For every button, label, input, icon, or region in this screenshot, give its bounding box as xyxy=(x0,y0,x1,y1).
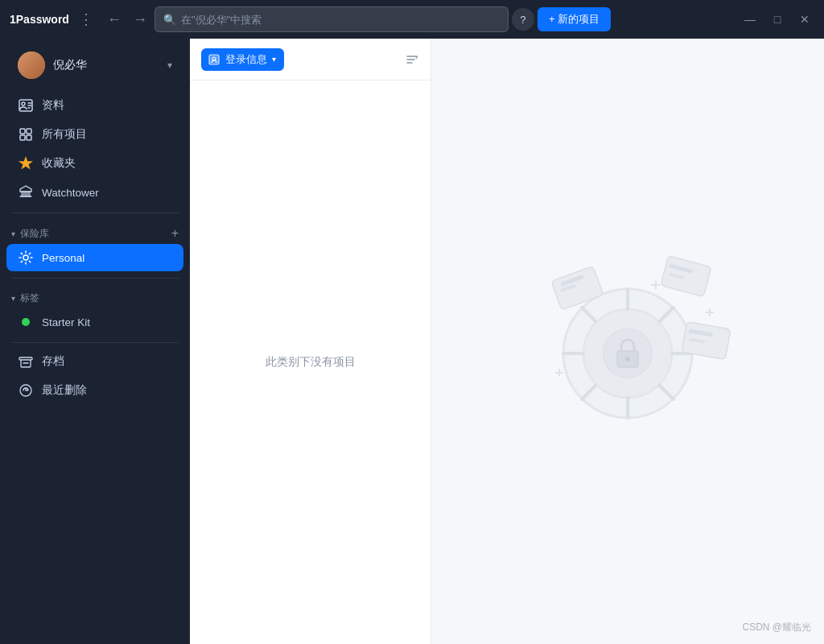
grid-icon xyxy=(18,126,34,142)
svg-rect-18 xyxy=(209,55,219,64)
sidebar-item-label: Starter Kit xyxy=(42,316,90,328)
sidebar-item-label: 资料 xyxy=(42,98,64,113)
person-icon xyxy=(18,97,34,114)
svg-rect-8 xyxy=(27,135,31,140)
green-dot-icon xyxy=(18,314,34,330)
help-button[interactable]: ? xyxy=(512,8,534,31)
search-icon: 🔍 xyxy=(163,14,176,26)
titlebar: 1Password ⋮ ← → 🔍 ? + 新的项目 — □ ✕ xyxy=(0,0,824,39)
app-title: 1Password xyxy=(10,13,69,26)
svg-rect-9 xyxy=(22,192,23,196)
close-button[interactable]: ✕ xyxy=(795,10,814,29)
vault-section-label: 保险库 xyxy=(20,227,49,241)
empty-text: 此类别下没有项目 xyxy=(266,355,356,369)
svg-rect-5 xyxy=(20,129,25,134)
tag-section[interactable]: ▾ 标签 xyxy=(0,283,190,308)
gear-icon xyxy=(18,250,34,266)
svg-rect-15 xyxy=(19,357,32,360)
svg-point-1 xyxy=(22,102,25,105)
svg-point-13 xyxy=(23,255,28,260)
sidebar-item-archive[interactable]: 存档 xyxy=(6,348,183,375)
list-panel: 登录信息 ▾ 此类别下没有项目 xyxy=(190,39,431,644)
sidebar-item-label: 收藏夹 xyxy=(42,156,76,171)
chevron-icon: ▾ xyxy=(11,229,15,238)
add-vault-icon[interactable]: + xyxy=(171,226,179,241)
sidebar-item-favorites[interactable]: 收藏夹 xyxy=(6,150,183,177)
back-button[interactable]: ← xyxy=(103,8,126,31)
list-empty: 此类别下没有项目 xyxy=(190,80,431,644)
svg-point-14 xyxy=(22,318,30,326)
sidebar-item-label: 最近删除 xyxy=(42,383,87,398)
sidebar-user[interactable]: 倪必华 ▾ xyxy=(6,45,183,85)
minimize-button[interactable]: — xyxy=(740,10,760,29)
sidebar-item-label: 存档 xyxy=(42,354,64,369)
tag-section-label: 标签 xyxy=(20,291,39,305)
divider xyxy=(11,342,179,343)
sidebar-item-recently-deleted[interactable]: 最近删除 xyxy=(6,377,183,404)
sidebar: 倪必华 ▾ 资料 xyxy=(0,39,190,644)
sort-button[interactable] xyxy=(405,52,419,67)
new-item-button[interactable]: + 新的项目 xyxy=(538,7,611,31)
svg-rect-11 xyxy=(28,192,30,196)
list-toolbar: 登录信息 ▾ xyxy=(190,39,431,80)
svg-rect-10 xyxy=(25,192,27,196)
dropdown-chevron-icon: ▾ xyxy=(272,55,276,64)
trash-icon xyxy=(18,382,34,398)
user-name: 倪必华 xyxy=(53,58,167,72)
divider xyxy=(11,213,179,213)
sidebar-item-watchtower[interactable]: Watchtower xyxy=(6,179,183,206)
svg-rect-7 xyxy=(20,135,25,140)
titlebar-nav: ← → 🔍 ? + 新的项目 xyxy=(103,6,718,32)
avatar xyxy=(18,52,45,79)
chevron-icon: ▾ xyxy=(11,294,15,303)
svg-rect-6 xyxy=(27,129,31,134)
maximize-button[interactable]: □ xyxy=(768,10,787,29)
menu-dots-icon[interactable]: ⋮ xyxy=(79,10,93,28)
sidebar-item-all-items[interactable]: 所有项目 xyxy=(6,121,183,148)
detail-panel: CSDN @耀临光 xyxy=(431,39,824,644)
sidebar-item-label: Watchtower xyxy=(42,187,99,199)
sidebar-item-label: 所有项目 xyxy=(42,127,87,142)
sidebar-item-label: Personal xyxy=(42,252,84,264)
sidebar-item-personal[interactable]: Personal xyxy=(6,244,183,271)
main-layout: 倪必华 ▾ 资料 xyxy=(0,39,824,644)
sidebar-item-profile[interactable]: 资料 xyxy=(6,92,183,119)
svg-rect-40 xyxy=(661,256,711,297)
watchtower-icon xyxy=(18,184,34,200)
chevron-down-icon: ▾ xyxy=(167,60,172,71)
search-bar: 🔍 xyxy=(154,6,509,32)
watermark: CSDN @耀临光 xyxy=(742,621,811,634)
star-icon xyxy=(18,155,34,171)
forward-button[interactable]: → xyxy=(129,8,151,31)
category-label: 登录信息 xyxy=(225,52,267,67)
vault-section[interactable]: ▾ 保险库 + xyxy=(0,218,190,244)
sidebar-item-starter-kit[interactable]: Starter Kit xyxy=(6,308,183,336)
divider xyxy=(11,278,179,279)
search-input[interactable] xyxy=(181,14,500,26)
login-icon xyxy=(208,53,220,66)
archive-icon xyxy=(18,353,34,369)
empty-illustration xyxy=(515,229,740,454)
window-controls: — □ ✕ xyxy=(740,10,814,29)
svg-point-28 xyxy=(625,357,630,361)
content-area: 登录信息 ▾ 此类别下没有项目 xyxy=(190,39,824,644)
category-button[interactable]: 登录信息 ▾ xyxy=(201,48,284,71)
